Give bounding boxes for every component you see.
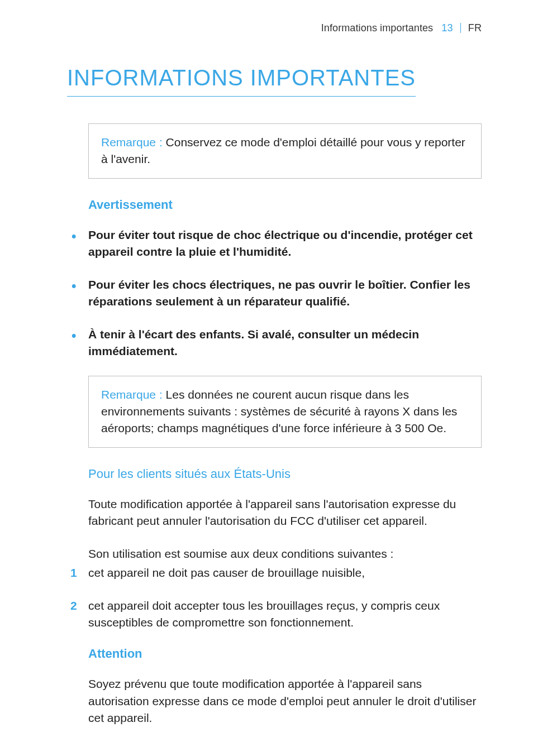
header-divider [460, 23, 461, 33]
warning-list: Pour éviter tout risque de choc électriq… [67, 227, 482, 360]
note-label: Remarque : [101, 388, 166, 401]
conditions-list: cet appareil ne doit pas causer de broui… [67, 564, 482, 631]
attention-paragraph: Soyez prévenu que toute modification app… [88, 676, 482, 726]
us-clients-heading: Pour les clients situés aux États-Unis [88, 467, 482, 481]
document-page: Informations importantes 13 FR INFORMATI… [0, 0, 533, 756]
attention-heading: Attention [88, 647, 482, 661]
header-language: FR [468, 22, 482, 34]
warning-item: À tenir à l'écart des enfants. Si avalé,… [67, 326, 482, 360]
us-clients-paragraph: Toute modification apportée à l'appareil… [88, 496, 482, 530]
header-section-name: Informations importantes [321, 22, 434, 34]
note-label: Remarque : [101, 136, 166, 149]
conditions-intro: Son utilisation est soumise aux deux con… [88, 546, 482, 562]
condition-item: cet appareil doit accepter tous les brou… [67, 597, 482, 631]
warning-item: Pour éviter les chocs électriques, ne pa… [67, 276, 482, 310]
running-header: Informations importantes 13 FR [67, 22, 482, 34]
condition-item: cet appareil ne doit pas causer de broui… [67, 564, 482, 581]
warning-heading: Avertissement [88, 198, 482, 212]
warning-item: Pour éviter tout risque de choc électriq… [67, 227, 482, 261]
page-title: INFORMATIONS IMPORTANTES [67, 65, 416, 97]
note-box-data-safety: Remarque : Les données ne courent aucun … [88, 376, 482, 448]
header-page-number: 13 [441, 22, 453, 34]
note-box-keep-manual: Remarque : Conservez ce mode d'emploi dé… [88, 123, 482, 179]
